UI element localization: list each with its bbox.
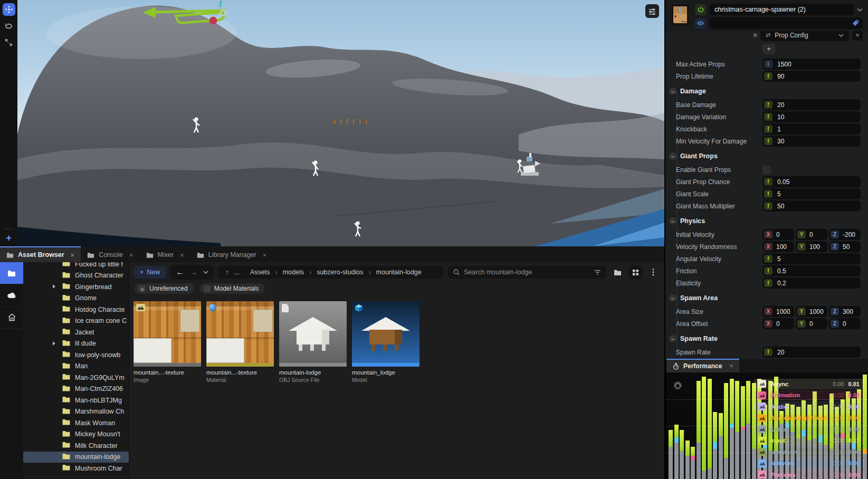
prop-value-field[interactable]: f 10: [762, 111, 861, 122]
folder-view-button[interactable]: [611, 265, 624, 279]
add-object-button[interactable]: +: [6, 234, 12, 242]
folder-tree-item[interactable]: Mask Woman: [23, 417, 129, 429]
vector-z-field[interactable]: Z 300: [829, 306, 861, 317]
legend-row[interactable]: AudioMixingThread 0.02 0.06: [754, 413, 864, 424]
vector-x-field[interactable]: X 0: [762, 229, 794, 240]
panel-tab[interactable]: Asset Browser ×: [0, 246, 81, 262]
prop-value-field[interactable]: f 1: [762, 123, 861, 135]
asset-card[interactable]: mountain...-texture Material: [206, 301, 274, 383]
folder-tree-item[interactable]: Mushroom Char: [23, 463, 129, 474]
folder-tree-item[interactable]: Mickey Mousn't: [23, 429, 129, 440]
up-arrow-icon[interactable]: ↑: [225, 269, 228, 276]
folder-tree-item[interactable]: Man-nbLBTJMg: [23, 395, 129, 406]
tab-close-icon[interactable]: ×: [263, 251, 267, 259]
viewport-settings-button[interactable]: [645, 4, 659, 18]
section-collapse-toggle[interactable]: –: [669, 88, 676, 95]
breadcrumb-item[interactable]: ...: [234, 269, 245, 276]
folder-tree-item[interactable]: Man-CtmZIZ406: [23, 384, 129, 395]
new-asset-button[interactable]: + New: [133, 266, 166, 279]
section-collapse-toggle[interactable]: –: [669, 217, 676, 225]
entity-name-input[interactable]: [709, 4, 854, 15]
scene-viewport[interactable]: [17, 0, 664, 246]
breadcrumb-item[interactable]: subzero-studios ›: [317, 269, 370, 276]
drag-handle-icon[interactable]: ≡: [753, 31, 757, 39]
prop-value-field[interactable]: f 0.5: [762, 265, 861, 276]
performance-tab-close-icon[interactable]: ×: [729, 362, 733, 370]
expand-arrow-icon[interactable]: [53, 341, 55, 346]
performance-graph[interactable]: Async 0.00 0.01 Animation 0.02 0.04: [666, 372, 868, 479]
prop-value-field[interactable]: f 20: [762, 99, 861, 110]
rail-cloud-button[interactable]: [0, 284, 23, 306]
vector-z-field[interactable]: Z 0: [829, 318, 861, 329]
scale-tool-button[interactable]: [3, 36, 15, 49]
vector-y-field[interactable]: Y 0: [796, 318, 827, 329]
legend-row[interactable]: NavMesh 0.00 0.00: [754, 447, 864, 457]
vector-x-field[interactable]: X 100: [762, 241, 794, 252]
folder-tree-item[interactable]: Milk Character: [23, 440, 129, 452]
vector-y-field[interactable]: Y 100: [796, 241, 827, 252]
folder-tree-item[interactable]: Ice cream cone C: [23, 315, 129, 327]
checkbox[interactable]: [762, 166, 771, 174]
folder-tree-item[interactable]: Man-2G9QuLYm: [23, 372, 129, 384]
folder-tree-item[interactable]: Hotdog Characte: [23, 304, 129, 315]
filter-icon[interactable]: [594, 270, 601, 275]
grid-view-button[interactable]: [628, 265, 642, 279]
vector-x-field[interactable]: X 0: [762, 318, 794, 329]
rail-folders-button[interactable]: [0, 262, 23, 284]
asset-card[interactable]: mountain...-texture Image: [133, 301, 201, 383]
tab-close-icon[interactable]: ×: [180, 251, 184, 259]
legend-row[interactable]: Audio 0.00 0.00: [754, 401, 864, 412]
folder-tree-item[interactable]: Gnome: [23, 293, 129, 304]
rotate-tool-button[interactable]: [3, 20, 15, 32]
tag-icon[interactable]: [852, 19, 860, 29]
prop-value-field[interactable]: f 90: [762, 71, 861, 82]
add-component-button[interactable]: +: [762, 44, 775, 54]
panel-tab[interactable]: Library Manager ×: [190, 246, 273, 262]
expand-arrow-icon[interactable]: [53, 284, 55, 289]
vector-y-field[interactable]: Y 1000: [796, 306, 827, 317]
remove-component-button[interactable]: ×: [852, 31, 863, 41]
section-collapse-toggle[interactable]: –: [669, 152, 676, 160]
search-input[interactable]: [464, 269, 590, 276]
more-options-button[interactable]: [646, 265, 660, 279]
prop-value-field[interactable]: f 50: [762, 200, 861, 212]
folder-tree-item[interactable]: Jacket: [23, 327, 129, 338]
entity-tag-input[interactable]: [709, 17, 863, 29]
folder-tree-item[interactable]: Man: [23, 361, 129, 372]
folder-tree-item[interactable]: Ghost Character: [23, 270, 129, 282]
performance-tab[interactable]: Performance ×: [666, 359, 739, 372]
asset-card[interactable]: mountain_lodge Model: [352, 301, 419, 383]
forward-arrow-icon[interactable]: →: [189, 267, 198, 277]
visibility-button[interactable]: [695, 18, 706, 29]
filter-chip[interactable]: u Unreferenced: [135, 283, 194, 294]
back-arrow-icon[interactable]: ←: [176, 267, 184, 277]
legend-row[interactable]: Async 0.00 0.01: [754, 379, 864, 389]
folder-tree-item[interactable]: low-poly-snowb: [23, 349, 129, 361]
prop-value-field[interactable]: f 5: [762, 253, 861, 264]
move-tool-button[interactable]: [3, 3, 15, 16]
rail-home-button[interactable]: [0, 306, 23, 329]
legend-row[interactable]: Animation 0.02 0.04: [754, 390, 864, 401]
vector-z-field[interactable]: Z -200: [829, 229, 861, 240]
breadcrumb-item[interactable]: Assets ›: [250, 269, 278, 276]
graph-settings-gear-icon[interactable]: [673, 381, 683, 393]
component-selector[interactable]: ⇄ Prop Config: [760, 31, 849, 41]
vector-z-field[interactable]: Z 50: [829, 241, 861, 252]
prop-value-field[interactable]: f 0.05: [762, 176, 861, 187]
entity-enabled-button[interactable]: [695, 4, 706, 15]
section-collapse-toggle[interactable]: –: [669, 335, 676, 342]
breadcrumb-item[interactable]: mountain-lodge: [376, 269, 427, 276]
panel-tab[interactable]: Console ×: [81, 246, 139, 262]
filter-chip[interactable]: Model Materials: [199, 283, 265, 294]
history-chevron-icon[interactable]: [203, 271, 208, 274]
legend-row[interactable]: Network 0.00 0.00: [754, 458, 864, 469]
entity-chevron-icon[interactable]: [857, 8, 863, 12]
folder-tree-item[interactable]: mountain-lodge: [23, 452, 129, 463]
panel-tab[interactable]: Mixer ×: [140, 246, 190, 262]
tab-close-icon[interactable]: ×: [129, 251, 133, 259]
vector-y-field[interactable]: Y 0: [796, 229, 827, 240]
prop-value-field[interactable]: f 30: [762, 136, 861, 147]
prop-value-field[interactable]: f 20: [762, 347, 861, 358]
prop-value-field[interactable]: i 1500: [762, 59, 861, 70]
breadcrumb-item[interactable]: models ›: [283, 269, 311, 276]
